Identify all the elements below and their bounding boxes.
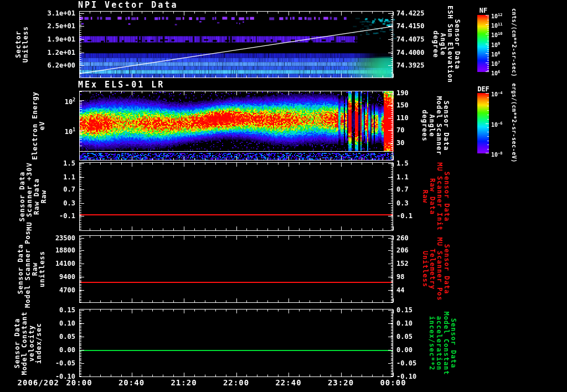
x-tick-label: 21:20	[162, 378, 206, 387]
plot-canvas	[0, 0, 567, 392]
colorbar-tick-label: 107	[491, 59, 513, 66]
x-tick-label: 22:00	[214, 378, 259, 387]
y-axis-label-left-npi: SectorUnitless	[15, 0, 29, 127]
colorbar-tick-label: 106	[491, 69, 513, 75]
colorbar-tick-label: 1011	[491, 21, 513, 28]
y-tick-label-left: 2.5e+01	[31, 22, 75, 30]
colorbar-tick-label: 10-8	[491, 150, 513, 157]
x-tick-label: 20:40	[110, 378, 154, 387]
colorbar-tick-label: 109	[491, 40, 513, 47]
colorbar-nf-label: NF	[475, 7, 492, 14]
axis-label-line: incex/sec**2	[428, 260, 435, 392]
x-tick-label: 20:00	[57, 378, 101, 387]
axis-label-line: Sector	[15, 0, 22, 127]
axis-label-line: Unitless	[22, 0, 29, 127]
x-tick-label: 22:40	[266, 378, 311, 387]
axis-label-line: Sensor Data	[453, 0, 461, 127]
panel1-title: NPI Vector Data	[78, 0, 178, 10]
y-axis-label-right-modelconst: Sensor DataModel Constantaccelerationinc…	[428, 260, 457, 392]
colorbar-tick-label: 10-6	[491, 120, 513, 127]
colorbar-tick-label: 108	[491, 50, 513, 56]
colorbar-tick-label: 1010	[491, 30, 513, 37]
y-axis-label-left-modelconst: Sensor DataModel Constantvelocityindex/s…	[14, 260, 43, 392]
y-tick-label-left: 3.1e+01	[31, 9, 75, 17]
colorbar-tick-label: 1012	[491, 12, 513, 18]
panel2-title: MEx ELS-01 LR	[78, 80, 164, 90]
y-tick-label-left: 1.9e+01	[31, 35, 75, 43]
x-tick-label: 00:00	[371, 378, 415, 387]
x-tick-label: 23:20	[319, 378, 363, 387]
axis-label-line: acceleration	[435, 260, 442, 392]
axis-label-line: index/sec	[35, 260, 43, 392]
axis-label-line: Sensor Data	[450, 260, 457, 392]
figure: NPI Vector Data MEx ELS-01 LR NF DEF cnt…	[0, 0, 567, 392]
axis-label-line: Model Constant	[442, 260, 450, 392]
colorbar-def-label: DEF	[475, 85, 492, 93]
colorbar-tick-label: 10-4	[491, 90, 513, 96]
